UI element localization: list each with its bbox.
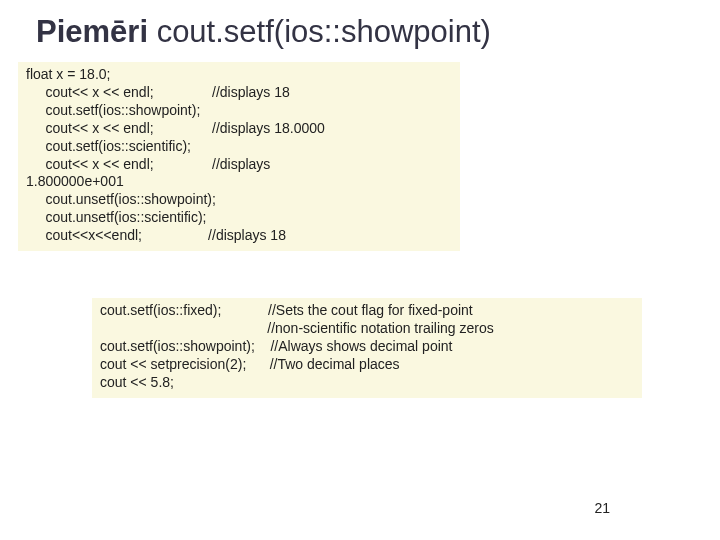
page-number: 21 xyxy=(594,500,610,516)
code-block-1: float x = 18.0; cout<< x << endl; //disp… xyxy=(18,62,460,251)
title-rest: cout.setf(ios::showpoint) xyxy=(148,14,491,49)
title-bold: Piemēri xyxy=(36,14,148,49)
slide-title: Piemēri cout.setf(ios::showpoint) xyxy=(0,0,720,50)
code-block-2: cout.setf(ios::fixed); //Sets the cout f… xyxy=(92,298,642,398)
